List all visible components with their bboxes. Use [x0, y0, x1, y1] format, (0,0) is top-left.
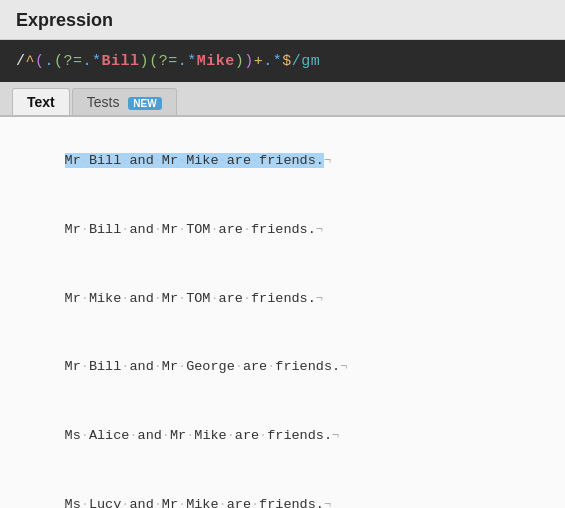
line-end: ¬: [316, 292, 323, 306]
expr-slash: /: [16, 53, 26, 70]
line-end: ¬: [316, 223, 323, 237]
text-line: Mr·Mike·and·Mr·TOM·are·friends.¬: [16, 265, 549, 334]
expr-caret: ^: [26, 53, 36, 70]
expr-group-close: ): [244, 53, 254, 70]
tab-tests-label: Tests: [87, 94, 120, 110]
text-content-area: Mr·Bill·and·Mr·Mike·are·friends.¬ Mr·Bil…: [0, 117, 565, 508]
text-line: Mr·Bill·and·Mr·George·are·friends.¬: [16, 333, 549, 402]
expr-dot1: .: [45, 53, 55, 70]
expr-lookahead1-close: ): [140, 53, 150, 70]
expr-lookahead1: (?=: [54, 53, 83, 70]
page-title: Expression: [16, 10, 113, 30]
text-line: Ms·Lucy·and·Mr·Mike·are·friends.¬: [16, 471, 549, 508]
line-end: ¬: [324, 498, 331, 508]
expr-lookahead2: (?=: [149, 53, 178, 70]
expression-section: /^(.(?=.*Bill)(?=.*Mike))+.*$/gm: [0, 40, 565, 82]
header-section: Expression: [0, 0, 565, 40]
tabs-bar: Text Tests NEW: [0, 82, 565, 117]
expr-dot4: .*: [263, 53, 282, 70]
expr-mike: Mike: [197, 53, 235, 70]
text-line: Mr·Bill·and·Mr·Mike·are·friends.¬: [16, 127, 549, 196]
expr-plus: +: [254, 53, 264, 70]
highlighted-match: Mr·Bill·and·Mr·Mike·are·friends.: [65, 153, 324, 168]
expr-bill: Bill: [102, 53, 140, 70]
app-container: Expression /^(.(?=.*Bill)(?=.*Mike))+.*$…: [0, 0, 565, 508]
tab-tests-badge: NEW: [128, 97, 161, 110]
tab-tests[interactable]: Tests NEW: [72, 88, 177, 115]
line-end: ¬: [332, 429, 339, 443]
line-end: ¬: [340, 360, 347, 374]
expression-display: /^(.(?=.*Bill)(?=.*Mike))+.*$/gm: [16, 53, 320, 70]
text-line: Ms·Alice·and·Mr·Mike·are·friends.¬: [16, 402, 549, 471]
text-line: Mr·Bill·and·Mr·TOM·are·friends.¬: [16, 196, 549, 265]
expr-flags: /gm: [292, 53, 321, 70]
expr-lookahead2-close: ): [235, 53, 245, 70]
expr-dot2: .*: [83, 53, 102, 70]
tab-text[interactable]: Text: [12, 88, 70, 115]
expr-dot3: .*: [178, 53, 197, 70]
tab-text-label: Text: [27, 94, 55, 110]
expr-group-open: (: [35, 53, 45, 70]
line-end: ¬: [324, 154, 331, 168]
expr-dollar: $: [282, 53, 292, 70]
